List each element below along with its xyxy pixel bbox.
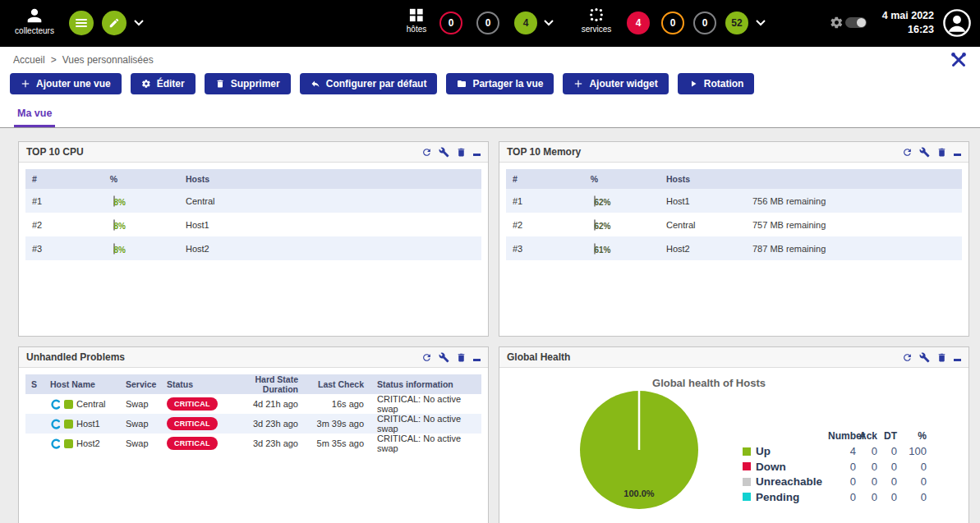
add-widget-button[interactable]: Ajouter widget xyxy=(563,73,668,94)
user-avatar[interactable] xyxy=(942,8,972,38)
trash-icon[interactable] xyxy=(456,147,467,158)
service-link[interactable]: Swap xyxy=(126,419,167,429)
refresh-icon[interactable] xyxy=(421,147,432,158)
up-swatch xyxy=(743,447,751,456)
poller-configuration-button[interactable] xyxy=(102,11,127,35)
minimize-icon[interactable] xyxy=(473,359,481,361)
services-critical-counter[interactable]: 4 xyxy=(627,11,650,34)
centreon-logo-icon xyxy=(50,419,61,429)
service-link[interactable]: Swap xyxy=(126,399,167,409)
add-view-button[interactable]: Ajouter une vue xyxy=(10,73,122,94)
cpu-table-header: # % Hosts xyxy=(25,169,481,189)
host-link[interactable]: Host2 xyxy=(76,438,100,448)
gear-icon xyxy=(830,16,844,30)
widget-global-health: Global Health Global health of Hosts 100… xyxy=(499,346,969,523)
services-unknown-counter[interactable]: 0 xyxy=(693,11,716,34)
clock-date: 4 mai 2022 xyxy=(882,9,934,23)
unreachable-swatch xyxy=(743,478,751,486)
pollers-menu[interactable]: collecteurs xyxy=(12,7,58,35)
memory-table-header: # % Hosts xyxy=(506,169,962,189)
cpu-table: # % Hosts #1 8% Central #2 8% Host1 #3 8… xyxy=(25,169,481,260)
centreon-logo-icon xyxy=(50,399,61,410)
cpu-row[interactable]: #1 8% Central xyxy=(25,189,481,213)
hosts-unreachable-counter[interactable]: 0 xyxy=(476,11,499,34)
host-name: Central xyxy=(658,220,752,230)
host-name: Host1 xyxy=(658,196,752,206)
memory-remaining: 756 MB remaining xyxy=(752,196,962,206)
memory-table: # % Hosts #1 62% Host1 756 MB remaining … xyxy=(506,169,962,260)
cpu-row[interactable]: #2 8% Host1 xyxy=(25,213,481,236)
widget-unhandled-problems: Unhandled Problems S Host Name Service S… xyxy=(18,346,489,523)
refresh-icon[interactable] xyxy=(421,352,432,363)
refresh-icon[interactable] xyxy=(902,352,913,363)
minimize-icon[interactable] xyxy=(954,359,961,361)
problem-row[interactable]: Central Swap CRITICAL 4d 21h ago 16s ago… xyxy=(25,394,481,414)
host-up-status-square xyxy=(64,420,73,429)
refresh-icon[interactable] xyxy=(902,147,913,158)
host-name: Host2 xyxy=(177,244,481,254)
rotation-button[interactable]: Rotation xyxy=(678,73,755,94)
host-name: Central xyxy=(177,196,481,206)
view-toolbar: Ajouter une vue Éditer Supprimer Configu… xyxy=(0,72,980,101)
memory-remaining: 757 MB remaining xyxy=(752,220,962,230)
wrench-icon[interactable] xyxy=(919,147,930,158)
services-menu[interactable]: services xyxy=(578,7,614,34)
memory-progress-bar: 62% xyxy=(594,195,596,207)
trash-icon[interactable] xyxy=(936,352,947,363)
chart-title: Global health of Hosts xyxy=(516,377,902,389)
topbar: collecteurs hôtes 0 0 4 services 4 0 0 5… xyxy=(0,0,980,47)
pollers-chevron-down-icon[interactable] xyxy=(134,20,144,26)
service-link[interactable]: Swap xyxy=(126,438,167,448)
view-tabs: Ma vue xyxy=(0,101,980,128)
share-view-button[interactable]: Partager la vue xyxy=(446,73,554,94)
host-name: Host1 xyxy=(177,220,481,230)
problem-row[interactable]: Host2 Swap CRITICAL 3d 23h ago 5m 35s ag… xyxy=(25,434,481,453)
health-legend: Number Ack DT % Up 4 0 0 100 Down 0 0 0 xyxy=(743,429,927,505)
host-up-status-square xyxy=(64,439,73,448)
wrench-icon[interactable] xyxy=(439,352,449,363)
centreon-logo-icon xyxy=(50,438,61,449)
trash-icon[interactable] xyxy=(456,352,467,363)
customize-tools-icon[interactable] xyxy=(950,52,967,68)
cpu-row[interactable]: #3 8% Host2 xyxy=(25,236,481,260)
clock-time: 16:23 xyxy=(882,23,934,37)
hosts-up-counter[interactable]: 4 xyxy=(514,11,537,34)
delete-view-button[interactable]: Supprimer xyxy=(205,73,291,94)
hosts-menu[interactable]: hôtes xyxy=(401,7,432,34)
widget-title: Unhandled Problems xyxy=(26,351,125,363)
memory-row[interactable]: #1 62% Host1 756 MB remaining xyxy=(506,189,962,213)
set-default-view-button[interactable]: Configurer par défaut xyxy=(300,73,438,94)
problem-row[interactable]: Host1 Swap CRITICAL 3d 23h ago 3m 39s ag… xyxy=(25,414,481,434)
host-link[interactable]: Central xyxy=(76,399,105,409)
tab-ma-vue[interactable]: Ma vue xyxy=(14,108,55,127)
memory-progress-bar: 61% xyxy=(594,243,596,255)
minimize-icon[interactable] xyxy=(954,154,961,156)
poller-list-button[interactable] xyxy=(69,11,94,35)
services-ok-counter[interactable]: 52 xyxy=(725,11,748,34)
hosts-chevron-down-icon[interactable] xyxy=(544,20,554,26)
host-link[interactable]: Host1 xyxy=(76,419,100,429)
breadcrumb-home[interactable]: Accueil xyxy=(13,54,45,66)
legend-row-unreachable: Unreachable 0 0 0 0 xyxy=(743,475,927,490)
breadcrumb: Accueil > Vues personnalisées xyxy=(0,47,980,72)
settings-toggle[interactable] xyxy=(830,16,867,30)
wrench-icon[interactable] xyxy=(439,147,449,158)
toggle-knob xyxy=(857,18,866,27)
memory-row[interactable]: #3 61% Host2 787 MB remaining xyxy=(506,236,962,260)
services-chevron-down-icon[interactable] xyxy=(756,20,766,26)
legend-header: Number Ack DT % xyxy=(743,429,927,444)
legend-row-pending: Pending 0 0 0 0 xyxy=(743,489,927,505)
legend-row-up: Up 4 0 0 100 xyxy=(743,444,927,460)
pencil-icon xyxy=(108,17,120,29)
widget-header: TOP 10 CPU xyxy=(19,142,488,163)
widget-header: Unhandled Problems xyxy=(19,347,488,368)
edit-view-button[interactable]: Éditer xyxy=(131,73,196,94)
hosts-down-counter[interactable]: 0 xyxy=(439,11,462,34)
folder-icon xyxy=(457,79,467,89)
services-icon xyxy=(588,7,605,22)
memory-row[interactable]: #2 62% Central 757 MB remaining xyxy=(506,213,962,236)
wrench-icon[interactable] xyxy=(919,352,930,363)
trash-icon[interactable] xyxy=(936,147,947,158)
services-warning-counter[interactable]: 0 xyxy=(661,11,684,34)
minimize-icon[interactable] xyxy=(473,154,481,156)
